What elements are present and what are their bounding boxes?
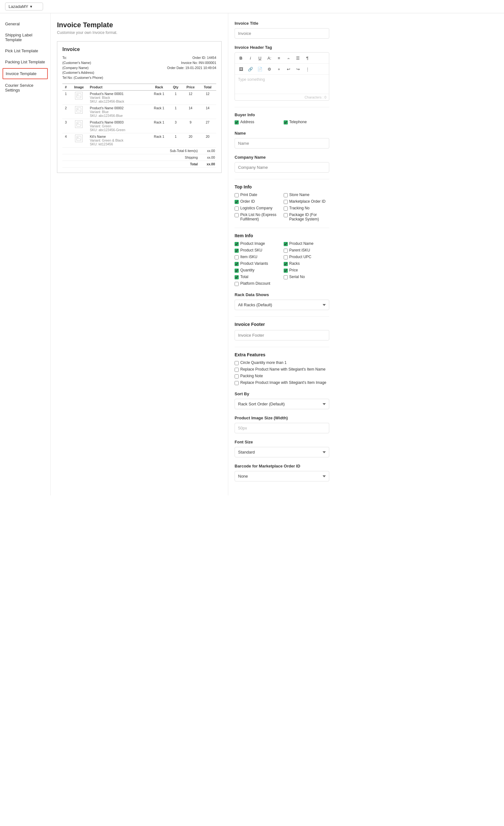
package-id-checkbox[interactable] bbox=[284, 213, 288, 217]
invoice-title-section: Invoice Title bbox=[235, 21, 329, 39]
item-isku-checkbox[interactable] bbox=[235, 255, 239, 259]
table-row: 2 Product's Name 00002Variant: BlueSKU: … bbox=[62, 105, 216, 119]
shipping-label: Shipping bbox=[185, 156, 198, 159]
sidebar-item-packing-list[interactable]: Packing List Template bbox=[0, 56, 50, 67]
barcode-label: Barcode for Marketplace Order ID bbox=[235, 464, 329, 468]
font-size-select[interactable]: Standard Small Large bbox=[235, 447, 329, 457]
rich-editor[interactable]: Type something bbox=[235, 75, 329, 94]
row-qty: 3 bbox=[169, 119, 182, 133]
parent-isku-checkbox[interactable] bbox=[284, 249, 288, 253]
company-name-input[interactable] bbox=[235, 162, 329, 173]
sidebar: General Shipping Label Template Pick Lis… bbox=[0, 13, 51, 495]
circle-qty-checkbox[interactable] bbox=[235, 361, 239, 365]
invoice-heading: Invoice bbox=[62, 47, 216, 52]
font-size-btn[interactable]: A: bbox=[265, 54, 273, 62]
plus-btn[interactable]: + bbox=[275, 65, 283, 73]
svg-point-1 bbox=[77, 94, 78, 95]
telephone-checkbox[interactable] bbox=[284, 120, 288, 124]
packing-note-checkbox[interactable] bbox=[235, 374, 239, 378]
doc-btn[interactable]: 📄 bbox=[256, 65, 264, 73]
sidebar-item-pick-list[interactable]: Pick List Template bbox=[0, 45, 50, 56]
invoice-customer-name: (Customer's Name) bbox=[62, 60, 103, 66]
image-btn[interactable]: 🖼 bbox=[237, 65, 245, 73]
replace-product-name-checkbox[interactable] bbox=[235, 368, 239, 372]
total-checkbox[interactable] bbox=[235, 275, 239, 279]
sidebar-item-shipping-label[interactable]: Shipping Label Template bbox=[0, 30, 50, 45]
align-center-btn[interactable]: ⫠ bbox=[284, 54, 293, 62]
row-image bbox=[69, 119, 89, 133]
product-image-size-label: Product Image Size (Width) bbox=[235, 416, 329, 420]
sort-by-select[interactable]: Rack Sort Order (Default) Order ID Produ… bbox=[235, 399, 329, 409]
row-qty: 1 bbox=[169, 133, 182, 147]
invoice-company-name: (Company Name) bbox=[62, 66, 103, 71]
list-btn[interactable]: ☰ bbox=[294, 54, 302, 62]
sidebar-item-invoice[interactable]: Invoice Template bbox=[3, 68, 48, 79]
invoice-to-block: To: (Customer's Name) (Company Name) (Cu… bbox=[62, 55, 103, 80]
rack-data-shows-select[interactable]: All Racks (Default) Primary Rack Only bbox=[235, 300, 329, 310]
invoice-order-block: Order ID: 14454 Invoice No: INV-000001 O… bbox=[167, 55, 216, 80]
row-num: 3 bbox=[62, 119, 69, 133]
preview-panel: Invoice Template Customise your own Invo… bbox=[51, 13, 228, 495]
store-selector[interactable]: LazadaMY ▾ bbox=[5, 3, 43, 10]
underline-btn[interactable]: U bbox=[256, 54, 264, 62]
order-id-label: Order ID: bbox=[192, 56, 206, 60]
sidebar-item-courier-service[interactable]: Courier Service Settings bbox=[0, 80, 50, 96]
top-info-label: Top Info bbox=[235, 184, 329, 189]
cb-logistics-company-item: Logistics Company bbox=[235, 206, 280, 211]
table-row: 3 Product's Name 00003Variant: GreenSKU:… bbox=[62, 119, 216, 133]
buyer-info-label: Buyer Info bbox=[235, 112, 329, 117]
col-num: # bbox=[62, 83, 69, 90]
cb-package-id-item: Package ID (For Package System) bbox=[284, 213, 329, 221]
bold-btn[interactable]: B bbox=[237, 54, 245, 62]
price-checkbox[interactable] bbox=[284, 269, 288, 273]
address-checkbox[interactable] bbox=[235, 120, 239, 124]
row-num: 2 bbox=[62, 105, 69, 119]
company-name-section: Company Name bbox=[235, 155, 329, 173]
paragraph-btn[interactable]: ¶ bbox=[303, 54, 312, 62]
item-info-section: Item Info Product Image Product Name Pro… bbox=[235, 233, 329, 286]
undo-btn[interactable]: ↩ bbox=[284, 65, 293, 73]
italic-btn[interactable]: i bbox=[246, 54, 255, 62]
platform-discount-checkbox[interactable] bbox=[235, 282, 239, 286]
row-price: 14 bbox=[182, 105, 199, 119]
more-btn[interactable]: ⋮ bbox=[303, 65, 312, 73]
product-name-checkbox[interactable] bbox=[284, 242, 288, 246]
cb-store-name-item: Store Name bbox=[284, 192, 329, 197]
redo-btn[interactable]: ↪ bbox=[294, 65, 302, 73]
settings-panel: Invoice Title Invoice Header Tag B i U A… bbox=[228, 13, 335, 495]
serial-no-checkbox[interactable] bbox=[284, 275, 288, 279]
product-image-size-input[interactable] bbox=[235, 423, 329, 433]
invoice-title-input[interactable] bbox=[235, 28, 329, 39]
quantity-checkbox[interactable] bbox=[235, 269, 239, 273]
product-variants-checkbox[interactable] bbox=[235, 262, 239, 266]
logistics-company-checkbox[interactable] bbox=[235, 206, 239, 211]
extra-features-label: Extra Features bbox=[235, 352, 329, 357]
invoice-footer-input[interactable] bbox=[235, 330, 329, 341]
settings-btn[interactable]: ⚙ bbox=[265, 65, 273, 73]
col-rack: Rack bbox=[149, 83, 169, 90]
subtotal-row: Sub-Total 6 item(s) xx.00 bbox=[62, 147, 216, 154]
barcode-select[interactable]: None Code 128 QR Code bbox=[235, 471, 329, 481]
order-id-checkbox[interactable] bbox=[235, 200, 239, 204]
address-label: Address bbox=[240, 120, 254, 124]
store-name-checkbox[interactable] bbox=[284, 193, 288, 197]
racks-checkbox[interactable] bbox=[284, 262, 288, 266]
product-upc-checkbox[interactable] bbox=[284, 255, 288, 259]
invoice-header-tag-label: Invoice Header Tag bbox=[235, 45, 329, 50]
col-price: Price bbox=[182, 83, 199, 90]
checkbox-address: Address bbox=[235, 120, 280, 124]
sidebar-item-general[interactable]: General bbox=[0, 18, 50, 30]
table-row: 4 Kit's NameVariant: Green & BlackSKU: k… bbox=[62, 133, 216, 147]
rich-text-toolbar: B i U A: ≡ ⫠ ☰ ¶ 🖼 🔗 📄 ⚙ + bbox=[235, 52, 329, 101]
align-left-btn[interactable]: ≡ bbox=[275, 54, 283, 62]
pick-list-no-checkbox[interactable] bbox=[235, 213, 239, 217]
name-input[interactable] bbox=[235, 138, 329, 149]
replace-product-image-checkbox[interactable] bbox=[235, 381, 239, 385]
tracking-no-checkbox[interactable] bbox=[284, 206, 288, 211]
print-date-checkbox[interactable] bbox=[235, 193, 239, 197]
product-sku-checkbox[interactable] bbox=[235, 249, 239, 253]
row-total: 27 bbox=[199, 119, 216, 133]
link-btn[interactable]: 🔗 bbox=[246, 65, 255, 73]
marketplace-order-id-checkbox[interactable] bbox=[284, 200, 288, 204]
product-image-checkbox[interactable] bbox=[235, 242, 239, 246]
